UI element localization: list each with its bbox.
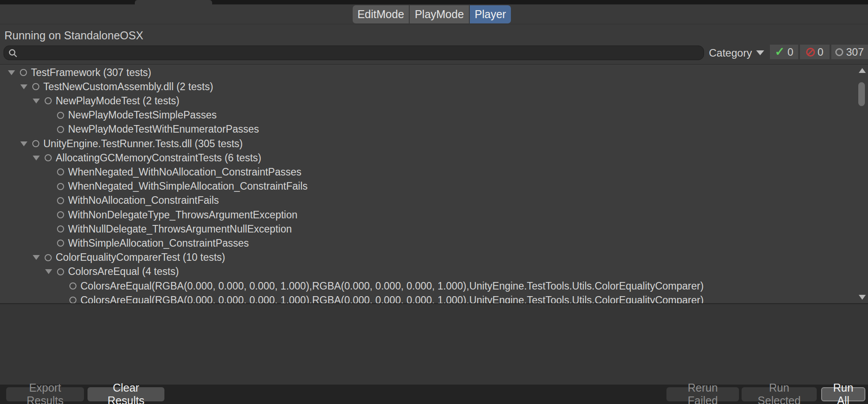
export-results-button[interactable]: Export Results [6,387,84,401]
tree-row[interactable]: WithNoAllocation_ConstraintFails [0,194,857,208]
test-status-circle-icon [69,282,76,290]
tree-row-label: WhenNegated_WithNoAllocation_ConstraintP… [68,166,301,178]
test-status-circle-icon [57,268,64,275]
expand-triangle-icon[interactable] [45,208,57,222]
mode-tab-group: EditMode PlayMode Player [353,5,511,23]
test-status-circle-icon [57,112,64,119]
tree-row[interactable]: AllocatingGCMemoryConstraintTests (6 tes… [0,151,857,165]
tree-row-label: WhenNegated_WithSimpleAllocation_Constra… [68,180,308,192]
test-status-circle-icon [20,69,27,76]
tree-row[interactable]: TestNewCustomAssembly.dll (2 tests) [0,80,857,94]
test-status-circle-icon [57,183,64,190]
footer-bar: Export ResultsClear ResultsRerun FailedR… [0,385,868,404]
run-selected-button[interactable]: Run Selected [742,387,817,401]
tree-row[interactable]: WithNonDelegateType_ThrowsArgumentExcept… [0,208,857,222]
tree-row[interactable]: WithNullDelegate_ThrowsArgumentNullExcep… [0,222,857,236]
tab-player[interactable]: Player [470,5,511,23]
tree-row[interactable]: WithSimpleAllocation_ConstraintPasses [0,236,857,250]
scrollbar-thumb[interactable] [858,82,865,106]
expand-triangle-icon[interactable] [45,122,57,137]
clear-results-button[interactable]: Clear Results [88,387,164,401]
test-status-circle-icon [45,154,52,161]
expand-triangle-icon[interactable] [33,151,45,165]
tree-row-label: NewPlayModeTestWithEnumeratorPasses [68,123,259,135]
status-row: Running on StandaloneOSX [0,24,868,46]
tree-row[interactable]: WhenNegated_WithSimpleAllocation_Constra… [0,179,857,194]
expand-triangle-icon[interactable] [45,108,57,122]
expand-triangle-icon[interactable] [45,165,57,179]
expand-triangle-icon[interactable] [57,293,69,304]
filter-row: Category ✓ 0 0 307 [0,46,868,64]
expand-triangle-icon[interactable] [20,80,32,94]
expand-triangle-icon[interactable] [20,137,32,151]
tree-row-label: AllocatingGCMemoryConstraintTests (6 tes… [56,152,261,164]
tree-row-label: WithNoAllocation_ConstraintFails [68,194,219,206]
search-icon [8,49,17,57]
tree-row-label: ColorsAreEqual (4 tests) [68,266,179,278]
tab-editmode[interactable]: EditMode [353,5,409,23]
tree-row-label: ColorsAreEqual(RGBA(0.000, 0.000, 0.000,… [80,280,704,292]
expand-triangle-icon[interactable] [45,179,57,194]
scroll-down-icon[interactable] [859,295,866,300]
expand-triangle-icon[interactable] [45,265,57,279]
rerun-failed-button[interactable]: Rerun Failed [666,387,739,401]
expand-triangle-icon[interactable] [45,194,57,208]
not-run-icon [835,48,843,56]
tree-row[interactable]: UnityEngine.TestRunner.Tests.dll (305 te… [0,137,857,151]
search-input[interactable] [21,46,699,59]
category-dropdown[interactable]: Category [709,46,764,60]
expand-triangle-icon[interactable] [57,279,69,293]
test-status-circle-icon [57,225,64,232]
expand-triangle-icon[interactable] [33,251,45,265]
check-icon: ✓ [775,46,785,58]
test-status-circle-icon [57,126,64,133]
passed-filter-button[interactable]: ✓ 0 [770,45,798,59]
tree-row-label: WithSimpleAllocation_ConstraintPasses [68,237,249,249]
category-label: Category [709,47,752,59]
failed-filter-button[interactable]: 0 [800,45,830,59]
failed-count: 0 [818,46,823,58]
tree-row[interactable]: ColorsAreEqual(RGBA(0.000, 0.000, 0.000,… [0,293,857,304]
tree-row[interactable]: NewPlayModeTestWithEnumeratorPasses [0,122,857,137]
tree-row[interactable]: TestFramework (307 tests) [0,65,857,80]
not-run-filter-button[interactable]: 307 [831,45,868,59]
run-all-button[interactable]: Run All [821,387,865,401]
tab-playmode[interactable]: PlayMode [410,5,469,23]
test-status-circle-icon [45,254,52,261]
expand-triangle-icon[interactable] [45,236,57,250]
failed-icon [806,48,815,57]
chevron-down-icon [756,50,764,55]
tree-row-label: NewPlayModeTestSimplePasses [68,109,217,121]
tree-row-label: NewPlayModeTest (2 tests) [56,95,179,107]
expand-triangle-icon[interactable] [8,65,20,80]
tree-row[interactable]: NewPlayModeTest (2 tests) [0,94,857,108]
tree-row-label: ColorEqualityComparerTest (10 tests) [56,252,225,263]
tree-row[interactable]: ColorEqualityComparerTest (10 tests) [0,251,857,265]
expand-triangle-icon[interactable] [33,94,45,108]
tree-row[interactable]: ColorsAreEqual(RGBA(0.000, 0.000, 0.000,… [0,279,857,293]
test-tree-panel: TestFramework (307 tests) TestNewCustomA… [0,64,868,304]
window-tab-notch[interactable] [135,0,212,4]
detail-panel-empty [0,304,868,385]
total-count: 307 [846,46,864,58]
tree-row-label: ColorsAreEqual(RGBA(0.000, 0.000, 0.000,… [80,294,704,304]
expand-triangle-icon[interactable] [45,222,57,236]
tree-row-label: WithNullDelegate_ThrowsArgumentNullExcep… [68,223,292,235]
tree-row-label: TestNewCustomAssembly.dll (2 tests) [43,81,213,93]
passed-count: 0 [788,46,793,58]
tree-row[interactable]: NewPlayModeTestSimplePasses [0,108,857,122]
search-box[interactable] [4,46,704,60]
test-status-circle-icon [32,83,39,90]
test-status-circle-icon [32,140,39,147]
mode-toolbar: EditMode PlayMode Player [0,4,868,24]
test-status-circle-icon [57,197,64,204]
tree-row[interactable]: WhenNegated_WithNoAllocation_ConstraintP… [0,165,857,179]
test-status-circle-icon [57,240,64,247]
tree-row[interactable]: ColorsAreEqual (4 tests) [0,265,857,279]
scroll-up-icon[interactable] [859,68,866,73]
tree-row-label: UnityEngine.TestRunner.Tests.dll (305 te… [43,138,243,150]
vertical-scrollbar[interactable] [857,65,867,303]
test-status-circle-icon [57,211,64,218]
test-status-circle-icon [57,168,64,175]
tree-row-label: TestFramework (307 tests) [31,67,151,79]
